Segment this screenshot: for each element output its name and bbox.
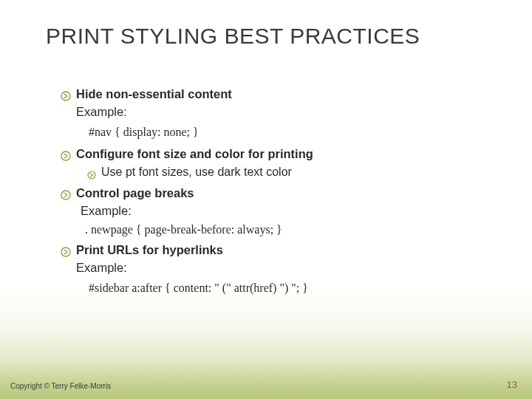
bullet-item: Hide non-essential content <box>61 86 495 102</box>
example-label: Example: <box>76 259 495 276</box>
example-label: Example: <box>81 202 495 219</box>
bullet-heading: Control page breaks <box>76 185 495 201</box>
svg-point-2 <box>88 171 95 179</box>
sub-bullet-text: Use pt font sizes, use dark text color <box>101 164 495 180</box>
slide-title: PRINT STYLING BEST PRACTICES <box>46 24 510 49</box>
arrow-circle-icon <box>61 89 71 99</box>
svg-point-1 <box>61 151 70 160</box>
slide-content: Hide non-essential content Example: #nav… <box>61 86 495 301</box>
arrow-circle-icon <box>61 188 71 198</box>
svg-point-3 <box>61 191 70 200</box>
svg-point-4 <box>61 248 70 256</box>
bullet-item: Configure font size and color for printi… <box>61 146 495 162</box>
bullet-item: Control page breaks <box>61 185 495 201</box>
slide: PRINT STYLING BEST PRACTICES Hide non-es… <box>0 0 532 399</box>
page-number: 13 <box>507 379 517 390</box>
code-snippet: #sidebar a:after { content: " (" attr(hr… <box>89 280 495 296</box>
bullet-heading: Configure font size and color for printi… <box>76 146 495 162</box>
copyright-footer: Copyright © Terry Felke-Morris <box>10 382 111 390</box>
bullet-heading: Hide non-essential content <box>76 86 495 102</box>
code-snippet: . newpage { page-break-before: always; } <box>85 222 495 238</box>
arrow-circle-icon <box>61 149 71 159</box>
arrow-circle-icon <box>61 245 71 255</box>
bullet-heading: Print URLs for hyperlinks <box>76 242 495 258</box>
sub-bullet-item: Use pt font sizes, use dark text color <box>87 164 495 180</box>
bullet-item: Print URLs for hyperlinks <box>61 242 495 258</box>
arrow-circle-icon <box>87 167 96 176</box>
example-label: Example: <box>76 103 495 120</box>
svg-point-0 <box>61 92 70 100</box>
code-snippet: #nav { display: none; } <box>89 124 495 140</box>
